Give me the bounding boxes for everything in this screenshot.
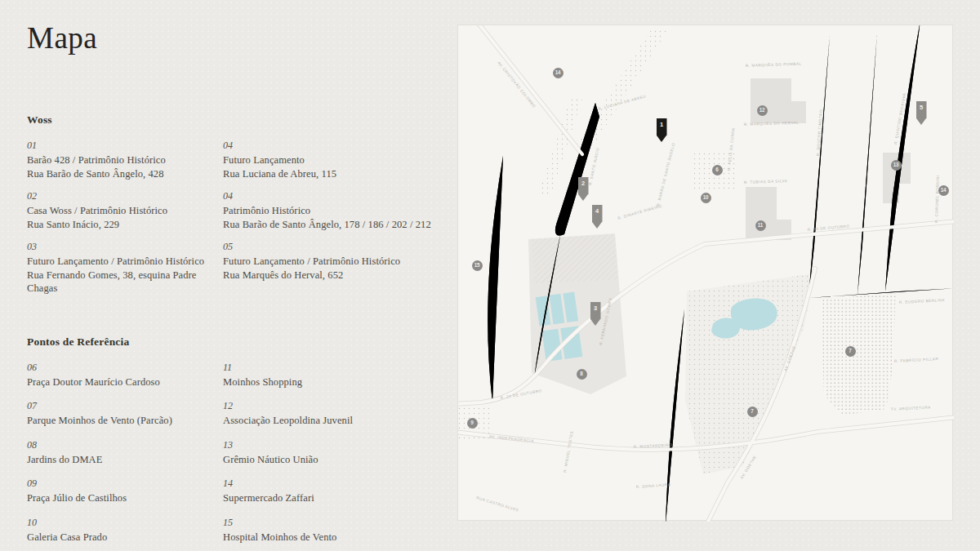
map-marker-7: 7 [845,346,856,357]
legend-item-text: Rua Santo Inácio, 229 [27,218,223,232]
legend-item-text: Parque Moinhos de Vento (Parcão) [27,414,223,428]
legend-item-text: Hospital Moinhos de Vento [223,531,448,544]
legend-item-text: Barão 428 / Patrimônio Histórico [27,153,223,167]
map-marker-7: 7 [747,407,758,417]
map-marker-13: 13 [891,160,902,171]
legend-column-2: 04Futuro LançamentoRua Luciana de Abreu,… [223,140,448,291]
legend-item-text: Futuro Lançamento [223,153,448,167]
section-title-woss: Woss [27,113,448,127]
map-marker-11: 11 [755,220,766,231]
building-footprints [746,78,911,240]
legend-item-text: Grêmio Náutico União [223,453,448,467]
legend-column-1: 01Barão 428 / Patrimônio HistóricoRua Ba… [27,140,223,305]
legend-item-number: 09 [27,478,223,489]
legend-item-number: 02 [27,190,223,202]
legend-item-text: Praça Júlio de Castilhos [27,491,223,505]
legend-item-text: Rua Marquês do Herval, 652 [223,269,448,282]
street-label: R. 24 DE OUTUBRO [500,389,542,400]
legend-item-15: 15Hospital Moinhos de Vento [223,517,448,544]
legend-item-number: 06 [27,362,223,373]
legend-item-text: Casa Woss / Patrimônio Histórico [27,204,223,218]
legend-item-02: 02Casa Woss / Patrimônio HistóricoRua Sa… [27,190,223,231]
legend-item-number: 12 [223,400,448,411]
street-label: R. SANTO INÁCIO [587,147,600,185]
legend-item-08: 08Jardins do DMAE [27,439,223,467]
map-marker-8: 8 [577,369,587,380]
legend-item-number: 13 [223,439,448,451]
legend-item-text: Rua Fernando Gomes, 38, esquina Padre Ch… [27,269,223,295]
street-label: R. MIGUEL TOSTES [563,430,574,473]
legend-item-number: 03 [27,241,223,252]
legend-item-13: 13Grêmio Náutico União [223,439,448,467]
legend-item-number: 08 [27,439,223,451]
legend-item-text: Rua Barão de Santo Ângelo, 178 / 186 / 2… [223,218,448,232]
legend-item-10: 10Galeria Casa Prado [27,517,223,544]
street-label: R. DONA LAURA [636,482,671,489]
legend-column-1: 06Praça Doutor Maurício Cardoso07Parque … [27,362,223,551]
street-label: TV. ARQUITETURA [891,405,931,411]
legend-item-number: 11 [223,362,448,373]
legend-item-12: 12Associação Leopoldina Juvenil [223,400,448,428]
map-canvas: AV. CRISTÓVÃO COLOMBOR. LUCIANA DE ABREU… [457,24,953,521]
page: Mapa Woss01Barão 428 / Patrimônio Histór… [0,0,980,551]
map-marker-6: 6 [712,165,723,176]
map-svg: AV. CRISTÓVÃO COLOMBOR. LUCIANA DE ABREU… [458,25,954,522]
legend-section-woss: Woss01Barão 428 / Patrimônio HistóricoRu… [27,113,448,305]
page-title: Mapa [27,23,448,53]
legend-column-2: 11Moinhos Shopping12Associação Leopoldin… [223,362,448,551]
legend-item-number: 04 [223,140,448,151]
legend-item-04: 04Futuro LançamentoRua Luciana de Abreu,… [223,140,448,180]
legend-item-number: 15 [223,517,448,528]
section-title-refs: Pontos de Referência [27,335,448,349]
legend-item-text: Moinhos Shopping [223,375,448,389]
legend-item-text: Futuro Lançamento / Patrimônio Histórico [27,255,223,269]
street-label: R. TOBIAS DA SILVA [744,179,788,184]
map-marker-15: 15 [472,260,483,271]
legend-item-14: 14Supermercado Zaffari [223,478,448,505]
street-label: R. FABRÍCIO PILLAR [894,356,939,363]
legend-item-11: 11Moinhos Shopping [223,362,448,389]
street-label: R. DINARTE RIBEIRO [617,204,662,220]
map-marker-10: 10 [701,193,711,203]
legend-item-text: Futuro Lançamento / Patrimônio Histórico [223,255,448,269]
street-label: AV. CRISTÓVÃO COLOMBO [497,60,537,109]
map-marker-9: 9 [467,418,478,429]
legend-item-number: 07 [27,400,223,411]
street-label: AV. INDEPENDÊNCIA [489,433,535,443]
legend-item-03: 03Futuro Lançamento / Patrimônio Históri… [27,241,223,295]
legend-item-text: Supermercado Zaffari [223,491,448,505]
legend-item-text: Galeria Casa Prado [27,531,223,544]
street-label: R. EUDORO BERLINK [899,298,946,304]
legend-panel: Mapa Woss01Barão 428 / Patrimônio Histór… [27,23,448,551]
legend-item-number: 04 [223,190,448,202]
legend-item-number: 10 [27,517,223,528]
building-moinhos-shopping [746,187,791,240]
legend-item-number: 14 [223,478,448,489]
street-label: R. MARQUÊS DO POMBAL [746,60,802,68]
legend-item-01: 01Barão 428 / Patrimônio HistóricoRua Ba… [27,140,223,180]
map-marker-14: 14 [553,68,564,78]
legend-item-text: Patrimônio Histórico [223,204,448,218]
legend-item-04: 04Patrimônio HistóricoRua Barão de Santo… [223,190,448,231]
legend-item-07: 07Parque Moinhos de Vento (Parcão) [27,400,223,428]
map-marker-14: 14 [938,185,949,196]
legend-section-refs: Pontos de Referência06Praça Doutor Maurí… [27,335,448,551]
legend-item-text: Praça Doutor Maurício Cardoso [27,375,223,389]
street-label: RUA CASTRO ALVES [476,495,519,513]
legend-item-number: 01 [27,140,223,151]
street-label: R. BARÃO DE SANTO ÂNGELO [655,142,675,207]
legend-item-05: 05Futuro Lançamento / Patrimônio Históri… [223,241,448,282]
legend-item-text: Rua Barão de Santo Ângelo, 428 [27,167,223,181]
building-leopoldina [751,78,806,123]
legend-columns: 06Praça Doutor Maurício Cardoso07Parque … [27,362,448,551]
legend-item-text: Jardins do DMAE [27,453,223,467]
legend-sections: Woss01Barão 428 / Patrimônio HistóricoRu… [27,113,448,551]
legend-columns: 01Barão 428 / Patrimônio HistóricoRua Ba… [27,140,448,305]
legend-item-text: Associação Leopoldina Juvenil [223,414,448,428]
legend-item-06: 06Praça Doutor Maurício Cardoso [27,362,223,389]
map-marker-12: 12 [757,105,768,116]
legend-item-09: 09Praça Júlio de Castilhos [27,478,223,505]
legend-item-number: 05 [223,241,448,252]
street-label: R. CORONEL BORDINI [934,175,940,223]
legend-item-text: Rua Luciana de Abreu, 115 [223,167,448,181]
